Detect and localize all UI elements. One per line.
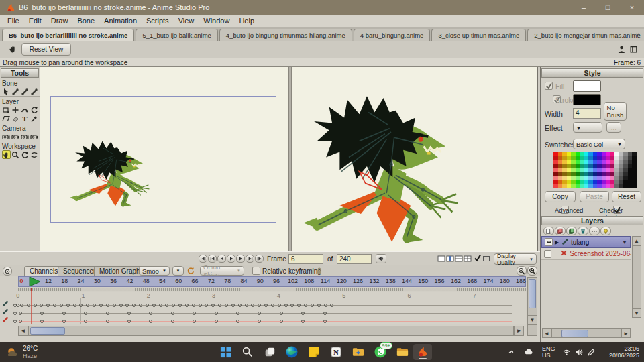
timeline-zoom-in-button[interactable] bbox=[527, 266, 537, 276]
keyframe-dot[interactable] bbox=[113, 304, 116, 307]
layers-scroll-left[interactable]: ◄ bbox=[542, 328, 551, 338]
effect-dropdown[interactable]: ▼ bbox=[573, 122, 602, 133]
more-options-button[interactable] bbox=[589, 227, 600, 235]
weather-condition[interactable]: Haze bbox=[23, 353, 37, 359]
pan-workspace-icon[interactable] bbox=[2, 150, 11, 159]
zoom-workspace-icon[interactable] bbox=[11, 150, 20, 159]
timeline-target-button[interactable] bbox=[3, 267, 12, 276]
roll-camera-icon[interactable] bbox=[21, 132, 30, 141]
cycle-icon[interactable] bbox=[186, 267, 195, 276]
wifi-icon[interactable] bbox=[562, 348, 571, 358]
keyframe-dot[interactable] bbox=[215, 312, 218, 315]
copy-style-button[interactable]: Copy bbox=[545, 191, 576, 202]
layer-visibility-checkbox[interactable] bbox=[545, 238, 553, 246]
taskbar-animestudio-icon[interactable] bbox=[413, 344, 432, 360]
keyframe-dot[interactable] bbox=[132, 304, 136, 307]
taskbar-edge-icon[interactable] bbox=[282, 344, 301, 360]
keyframe-dot[interactable] bbox=[106, 304, 109, 307]
pan-tilt-camera-icon[interactable] bbox=[30, 132, 39, 141]
keyframe-dot[interactable] bbox=[79, 304, 83, 307]
apply-check-icon[interactable] bbox=[474, 254, 482, 263]
keyframe-dot[interactable] bbox=[73, 304, 76, 307]
keyframe-dot[interactable] bbox=[149, 312, 152, 315]
layout-view-split-vertical-icon[interactable] bbox=[446, 255, 454, 263]
taskbar-whatsapp-icon[interactable]: 99+ bbox=[371, 344, 390, 360]
keyframe-dot[interactable] bbox=[258, 320, 261, 323]
taskbar-search-icon[interactable] bbox=[238, 344, 257, 360]
layers-scroll-down[interactable]: ▼ bbox=[632, 308, 641, 318]
onedrive-cloud-icon[interactable] bbox=[523, 347, 533, 357]
keyframe-dot[interactable] bbox=[19, 312, 22, 315]
rotate-bone-icon[interactable] bbox=[30, 87, 39, 96]
menu-bone[interactable]: Bone bbox=[72, 15, 99, 26]
menu-file[interactable]: File bbox=[3, 15, 24, 26]
layout-view-split-horizontal-icon[interactable] bbox=[455, 255, 463, 263]
track-camera-icon[interactable] bbox=[2, 132, 11, 141]
keyframe-dot[interactable] bbox=[171, 312, 174, 315]
add-point-icon[interactable] bbox=[11, 105, 20, 114]
stroke-color-swatch[interactable] bbox=[573, 94, 601, 105]
keyframe-dot[interactable] bbox=[258, 304, 261, 307]
keyframe-dot[interactable] bbox=[106, 320, 109, 323]
weather-icon[interactable] bbox=[5, 346, 19, 359]
keyframe-dot[interactable] bbox=[99, 304, 103, 307]
keyframe-dot[interactable] bbox=[165, 304, 168, 307]
keyframe-dot[interactable] bbox=[199, 304, 202, 307]
timeline-scroll-right[interactable]: ► bbox=[514, 326, 524, 336]
timeline-scroll-left[interactable]: ◄ bbox=[18, 326, 28, 336]
character-goblin-large[interactable] bbox=[296, 93, 462, 245]
keyframe-dot[interactable] bbox=[139, 304, 142, 307]
keyframe-dot[interactable] bbox=[264, 304, 268, 307]
keyframe-dot[interactable] bbox=[258, 312, 261, 315]
relative-keyframing-checkbox[interactable] bbox=[252, 267, 260, 275]
layout-view-single-icon[interactable] bbox=[437, 255, 445, 263]
no-brush-button[interactable]: NoBrush bbox=[604, 102, 627, 121]
keyframe-dot[interactable] bbox=[60, 304, 63, 307]
fill-color-swatch[interactable] bbox=[573, 80, 601, 92]
workspace-view-left[interactable] bbox=[40, 67, 288, 251]
weather-temp[interactable]: 26°C bbox=[23, 345, 38, 352]
keyframe-dot[interactable] bbox=[193, 312, 196, 315]
layer-script-button[interactable] bbox=[600, 227, 611, 235]
rotate-layer-icon[interactable] bbox=[30, 105, 39, 114]
menu-help[interactable]: Help bbox=[234, 15, 259, 26]
taskbar-taskview-icon[interactable] bbox=[260, 344, 279, 360]
timeline-scroll-down[interactable]: ▼ bbox=[527, 315, 537, 325]
keyframe-dot[interactable] bbox=[330, 304, 333, 307]
layout-view-quad-icon[interactable] bbox=[464, 255, 472, 263]
go-end-button[interactable] bbox=[255, 255, 264, 263]
document-tab-4[interactable]: 4 baru_bingung.anime bbox=[354, 29, 431, 41]
keyframe-dot[interactable] bbox=[84, 320, 87, 323]
keyframe-dot[interactable] bbox=[185, 304, 189, 307]
keyframe-dot[interactable] bbox=[178, 304, 182, 307]
keyframe-dot[interactable] bbox=[304, 304, 307, 307]
palette-swatch[interactable] bbox=[632, 184, 637, 188]
pen-icon[interactable] bbox=[587, 348, 596, 358]
layer-row-tulang[interactable]: ▶tulang▼ bbox=[541, 236, 631, 248]
keyframe-dot[interactable] bbox=[93, 304, 96, 307]
keyframe-dot[interactable] bbox=[149, 320, 152, 323]
maximize-button[interactable]: □ bbox=[596, 0, 620, 15]
document-tab-5[interactable]: 3_close up timun mas.anime bbox=[431, 29, 526, 41]
step-forward-button[interactable] bbox=[236, 255, 245, 263]
keyframe-dot[interactable] bbox=[193, 320, 196, 323]
effect-more-button[interactable]: ... bbox=[606, 122, 621, 133]
timeline-hscroll-track[interactable] bbox=[28, 326, 514, 336]
secondary-dropdown[interactable]: ▼ bbox=[172, 266, 184, 276]
keyframe-dot[interactable] bbox=[245, 304, 248, 307]
layer-expander[interactable]: ▶ bbox=[555, 239, 561, 245]
keyframe-dot[interactable] bbox=[127, 312, 131, 315]
curvature-icon[interactable] bbox=[21, 105, 30, 114]
menu-window[interactable]: Window bbox=[199, 15, 234, 26]
play-button[interactable] bbox=[227, 255, 235, 263]
layers-scroll-right[interactable]: ► bbox=[621, 328, 631, 338]
keyframe-dot[interactable] bbox=[146, 304, 149, 307]
draw-shape-icon[interactable] bbox=[2, 105, 11, 114]
tab-overflow-button[interactable]: » bbox=[636, 30, 640, 38]
keyframe-dot[interactable] bbox=[280, 320, 283, 323]
rotate-workspace-icon[interactable] bbox=[21, 150, 30, 159]
select-bone-icon[interactable] bbox=[2, 87, 11, 96]
keyframe-dot[interactable] bbox=[62, 320, 66, 323]
keyframe-dot[interactable] bbox=[40, 312, 44, 315]
keyframe-dot[interactable] bbox=[211, 304, 215, 307]
